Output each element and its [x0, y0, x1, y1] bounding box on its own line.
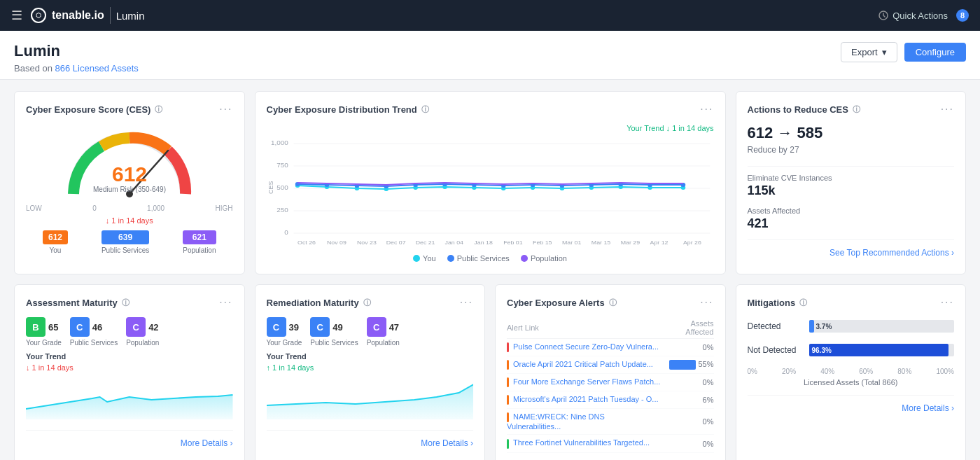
alert-link[interactable]: Pulse Connect Secure Zero-Day Vulnera...: [513, 342, 659, 351]
nav-divider: [110, 7, 111, 24]
ces-range-high: 1,000: [147, 204, 164, 212]
page-title: Lumin: [14, 42, 139, 60]
hamburger-menu[interactable]: ☰: [11, 8, 22, 23]
alert-pct: 55%: [698, 360, 713, 368]
remediation-trend-heading: Your Trend: [267, 352, 474, 361]
svg-text:Dec 21: Dec 21: [415, 239, 435, 246]
alert-row: NAME:WRECK: Nine DNS Vulnerabilities...0…: [507, 409, 714, 435]
remediation-public-score: C 49 Public Services: [310, 317, 358, 347]
legend-population: Population: [521, 254, 567, 263]
alert-pct: 6%: [703, 396, 714, 404]
assessment-your-score: B 65 Your Grade: [26, 317, 62, 347]
export-button[interactable]: Export ▾: [841, 42, 897, 62]
alert-link[interactable]: Four More Exchange Server Flaws Patch...: [513, 377, 660, 386]
alert-link[interactable]: Three Fortinet Vulnerabilities Targeted.…: [513, 438, 650, 447]
not-detected-pct: 96.3%: [812, 347, 832, 354]
svg-text:Mar 15: Mar 15: [591, 239, 610, 246]
remediation-more-details-link[interactable]: More Details ›: [421, 438, 473, 448]
eliminate-value: 115k: [748, 183, 955, 198]
assessment-trend-heading: Your Trend: [26, 352, 233, 361]
clock-icon: [878, 11, 888, 20]
alert-color-indicator: [507, 360, 509, 370]
assessment-info-icon[interactable]: ⓘ: [122, 298, 130, 308]
trend-card-menu[interactable]: ···: [700, 103, 713, 116]
alert-color-indicator: [507, 342, 509, 352]
public-services-legend-label: Public Services: [457, 254, 510, 263]
actions-info-icon[interactable]: ⓘ: [853, 104, 860, 115]
svg-text:250: 250: [276, 206, 288, 213]
see-top-recommended-link[interactable]: See Top Recommended Actions ›: [830, 248, 954, 258]
remediation-population-label: Population: [367, 339, 400, 347]
alert-link[interactable]: Oracle April 2021 Critical Patch Update.…: [513, 360, 653, 368]
population-legend-label: Population: [531, 254, 567, 263]
public-services-score-badge: 639: [102, 230, 149, 244]
assessment-your-label: Your Grade: [26, 339, 62, 347]
alerts-card: Cyber Exposure Alerts ⓘ ··· Alert Link A…: [495, 284, 726, 460]
not-detected-row: Not Detected 96.3%: [748, 344, 955, 356]
assessment-trend-value: ↓ 1 in 14 days: [26, 363, 233, 372]
svg-text:Apr 26: Apr 26: [682, 239, 701, 246]
public-services-legend-dot: [447, 255, 454, 262]
eliminate-label: Eliminate CVE Instances: [748, 174, 955, 182]
ces-info-icon[interactable]: ⓘ: [155, 104, 162, 115]
alert-link[interactable]: NAME:WRECK: Nine DNS Vulnerabilities...: [507, 412, 605, 431]
assets-affected-label: Assets Affected: [748, 207, 955, 215]
legend-you: You: [413, 254, 436, 263]
actions-card: Actions to Reduce CES ⓘ ··· 612 → 585 Re…: [736, 91, 967, 274]
remediation-info-icon[interactable]: ⓘ: [363, 298, 371, 308]
assessment-population-label: Population: [126, 339, 159, 347]
mitigations-info-icon[interactable]: ⓘ: [799, 298, 807, 308]
remediation-public-label: Public Services: [310, 339, 358, 347]
alerts-card-title: Cyber Exposure Alerts: [507, 298, 605, 308]
alert-color-indicator: [507, 439, 509, 449]
svg-text:Medium Risk (350-649): Medium Risk (350-649): [93, 186, 166, 193]
assessment-population-grade: C: [126, 317, 146, 337]
assessment-public-grade: C: [70, 317, 90, 337]
ces-card-menu[interactable]: ···: [219, 103, 232, 116]
ces-from: 612: [748, 124, 774, 141]
svg-text:CES: CES: [267, 181, 274, 194]
remediation-population-score-val: 47: [389, 322, 399, 333]
you-score-badge: 612: [43, 230, 68, 244]
remediation-card-menu[interactable]: ···: [460, 296, 473, 309]
not-detected-bar: 96.3%: [809, 344, 949, 356]
configure-button[interactable]: Configure: [904, 43, 966, 62]
alerts-table: Alert Link Assets Affected Pulse Connect…: [507, 317, 714, 453]
svg-text:Nov 23: Nov 23: [356, 239, 376, 246]
svg-text:Apr 12: Apr 12: [650, 239, 668, 246]
mitigations-more-details-link[interactable]: More Details ›: [902, 403, 954, 413]
assessment-card-menu[interactable]: ···: [219, 296, 232, 309]
trend-header-text: Your Trend ↓ 1 in 14 days: [267, 124, 714, 132]
detected-bar: 3.7%: [809, 320, 815, 333]
trend-info-icon[interactable]: ⓘ: [421, 104, 429, 115]
product-name: Lumin: [116, 10, 145, 22]
alert-row: Microsoft's April 2021 Patch Tuesday - O…: [507, 391, 714, 409]
svg-text:750: 750: [276, 161, 288, 168]
alerts-info-icon[interactable]: ⓘ: [609, 298, 617, 308]
mitigations-card-menu[interactable]: ···: [941, 296, 954, 309]
quick-actions-button[interactable]: Quick Actions: [878, 11, 948, 21]
assessment-card: Assessment Maturity ⓘ ··· B 65 Your Grad…: [14, 284, 245, 460]
notification-badge[interactable]: 8: [956, 9, 969, 22]
alert-bar: [669, 360, 696, 370]
remediation-sparkline: [267, 377, 474, 419]
you-label: You: [43, 246, 68, 254]
assessment-more-details-link[interactable]: More Details ›: [181, 438, 233, 448]
svg-text:Feb 15: Feb 15: [533, 239, 552, 246]
trend-chart-area: 1,000 750 500 250 0 CES Oct 26 Nov 09 No…: [267, 138, 714, 250]
assets-col-header: Assets Affected: [661, 317, 714, 339]
actions-card-menu[interactable]: ···: [941, 103, 954, 116]
logo[interactable]: ⬡ tenable.io Lumin: [31, 7, 145, 24]
licensed-assets-link[interactable]: 866 Licensed Assets: [55, 63, 139, 74]
alert-row: Three Fortinet Vulnerabilities Targeted.…: [507, 435, 714, 452]
alert-color-indicator: [507, 395, 509, 405]
svg-text:Jan 18: Jan 18: [474, 239, 493, 246]
svg-text:1,000: 1,000: [271, 139, 288, 146]
alert-link[interactable]: Microsoft's April 2021 Patch Tuesday - O…: [513, 395, 659, 403]
alert-color-indicator: [507, 412, 509, 422]
detected-label: Detected: [748, 321, 804, 331]
assessment-card-title: Assessment Maturity: [26, 298, 118, 308]
alerts-card-menu[interactable]: ···: [700, 296, 713, 309]
alert-pct: 0%: [703, 440, 714, 448]
remediation-public-grade: C: [310, 317, 330, 337]
